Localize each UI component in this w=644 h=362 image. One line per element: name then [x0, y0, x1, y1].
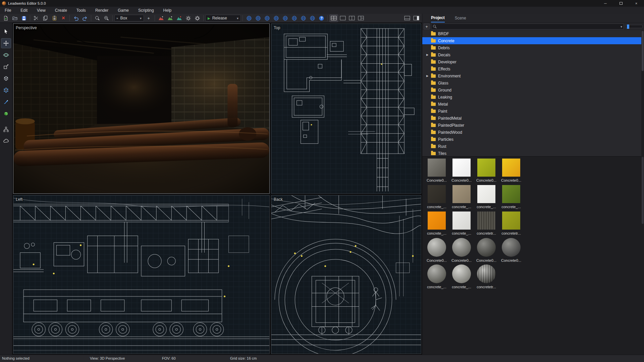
menu-item-game[interactable]: Game: [113, 7, 133, 14]
asset-item[interactable]: concretetr...: [474, 264, 499, 291]
minimize-button[interactable]: ─: [598, 0, 613, 7]
asset-item[interactable]: concretetr...: [499, 212, 524, 238]
menu-item-render[interactable]: Render: [91, 7, 113, 14]
asset-item[interactable]: Concrete0...: [499, 159, 524, 185]
settings-button[interactable]: [193, 14, 202, 22]
viewport-back[interactable]: Back: [271, 195, 421, 354]
object-type-combo[interactable]: ▸ Box ▾: [114, 15, 144, 21]
menu-item-edit[interactable]: Edit: [16, 7, 32, 14]
scrollbar-thumb[interactable]: [642, 31, 644, 71]
asset-item[interactable]: concrete_...: [424, 264, 449, 291]
select-tool-button[interactable]: [1, 26, 11, 37]
vertex-tool-button[interactable]: [1, 85, 11, 95]
run-config-combo[interactable]: ▶ Release ▾: [205, 15, 241, 21]
asset-item[interactable]: concrete_...: [449, 264, 474, 291]
tree-item-brdf[interactable]: BRDF: [422, 30, 641, 37]
zoom-button[interactable]: [102, 14, 111, 22]
tree-item-paintedwood[interactable]: PaintedWood: [422, 129, 641, 136]
asset-item[interactable]: concrete_...: [449, 212, 474, 238]
asset-item[interactable]: Concrete0...: [449, 159, 474, 185]
tree-item-tiles[interactable]: Tiles: [422, 150, 641, 156]
terrain-green-button[interactable]: [166, 14, 174, 22]
rotate-tool-button[interactable]: [1, 50, 11, 60]
paste-button[interactable]: [50, 14, 59, 22]
layout-columns-button[interactable]: [347, 14, 356, 22]
menu-item-help[interactable]: Help: [159, 7, 176, 14]
menu-item-create[interactable]: Create: [50, 7, 72, 14]
scrollbar-thumb[interactable]: [642, 157, 644, 224]
cloud-tool-button[interactable]: [1, 136, 11, 146]
toggle-side-panel-button[interactable]: [412, 14, 421, 22]
expander-icon[interactable]: ▶: [426, 74, 431, 77]
layout-three-pane-button[interactable]: [357, 14, 365, 22]
viewport-perspective[interactable]: Perspective: [13, 23, 270, 194]
maximize-button[interactable]: [613, 0, 629, 7]
asset-item[interactable]: Concrete0...: [499, 238, 524, 264]
new-scene-button[interactable]: [1, 14, 10, 22]
tree-item-ground[interactable]: Ground: [422, 86, 641, 94]
asset-item[interactable]: concrete_...: [499, 185, 524, 212]
tree-item-rust[interactable]: Rust: [422, 143, 641, 150]
globe-button-7[interactable]: [299, 14, 308, 22]
thumbnail-size-slider[interactable]: [625, 25, 643, 28]
globe-button-1[interactable]: [245, 14, 253, 22]
chevron-down-icon[interactable]: ▾: [621, 25, 622, 28]
globe-button-4[interactable]: [272, 14, 280, 22]
hierarchy-tool-button[interactable]: [1, 124, 11, 134]
asset-item[interactable]: concretetr...: [474, 212, 499, 238]
model-tool-button[interactable]: [1, 109, 11, 119]
menu-item-scripting[interactable]: Scripting: [133, 7, 159, 14]
asset-item[interactable]: Concrete0...: [474, 159, 499, 185]
globe-button-2[interactable]: [254, 14, 262, 22]
globe-button-3[interactable]: [263, 14, 271, 22]
globe-button-6[interactable]: [290, 14, 299, 22]
add-folder-button[interactable]: +: [424, 23, 430, 29]
delete-button[interactable]: ×: [59, 14, 68, 22]
expander-icon[interactable]: ▶: [426, 53, 431, 56]
menu-item-tools[interactable]: Tools: [72, 7, 91, 14]
tree-item-paint[interactable]: Paint: [422, 108, 641, 115]
terrain-red-button[interactable]: [157, 14, 165, 22]
redo-button[interactable]: [80, 14, 89, 22]
toggle-bottom-panel-button[interactable]: [403, 14, 412, 22]
tree-item-developer[interactable]: Developer: [422, 58, 641, 65]
asset-item[interactable]: concrete_...: [424, 212, 449, 238]
save-button[interactable]: [19, 14, 28, 22]
tree-item-particles[interactable]: Particles: [422, 136, 641, 143]
tree-item-concrete[interactable]: Concrete: [422, 37, 641, 44]
move-tool-button[interactable]: [1, 38, 11, 48]
tab-project[interactable]: Project: [431, 14, 445, 22]
slider-thumb[interactable]: [627, 24, 629, 29]
tree-item-debris[interactable]: Debris: [422, 44, 641, 51]
tree-item-environment[interactable]: ▶Environment: [422, 72, 641, 79]
asset-item[interactable]: Concrete0...: [424, 159, 449, 185]
close-button[interactable]: ×: [629, 0, 644, 7]
search-box[interactable]: ▾: [431, 23, 624, 29]
globe-button-5[interactable]: [281, 14, 289, 22]
tree-item-paintedmetal[interactable]: PaintedMetal: [422, 115, 641, 122]
tree-item-paintedplaster[interactable]: PaintedPlaster: [422, 122, 641, 129]
asset-item[interactable]: concrete_...: [424, 185, 449, 212]
tab-scene[interactable]: Scene: [455, 14, 466, 22]
layout-quad-button[interactable]: [329, 14, 338, 22]
copy-button[interactable]: [41, 14, 50, 22]
open-project-button[interactable]: [10, 14, 19, 22]
globe-button-8[interactable]: [308, 14, 317, 22]
tree-item-decals[interactable]: ▶Decals: [422, 51, 641, 58]
search-input[interactable]: [438, 24, 619, 28]
scale-tool-button[interactable]: [1, 62, 11, 72]
zoom-select-button[interactable]: [93, 14, 102, 22]
assets-scrollbar[interactable]: [641, 156, 644, 355]
layout-single-button[interactable]: [338, 14, 347, 22]
add-object-button[interactable]: +: [144, 14, 153, 22]
asset-item[interactable]: Concrete0...: [474, 238, 499, 264]
tree-item-leaking[interactable]: Leaking: [422, 94, 641, 101]
face-tool-button[interactable]: [1, 73, 11, 83]
tree-item-effects[interactable]: Effects: [422, 65, 641, 72]
tree-item-glass[interactable]: Glass: [422, 79, 641, 86]
asset-item[interactable]: concrete_...: [474, 185, 499, 212]
asset-item[interactable]: Concrete0...: [424, 238, 449, 264]
paint-tool-button[interactable]: [1, 97, 11, 107]
tree-item-metal[interactable]: Metal: [422, 101, 641, 108]
asset-item[interactable]: concrete_...: [449, 185, 474, 212]
